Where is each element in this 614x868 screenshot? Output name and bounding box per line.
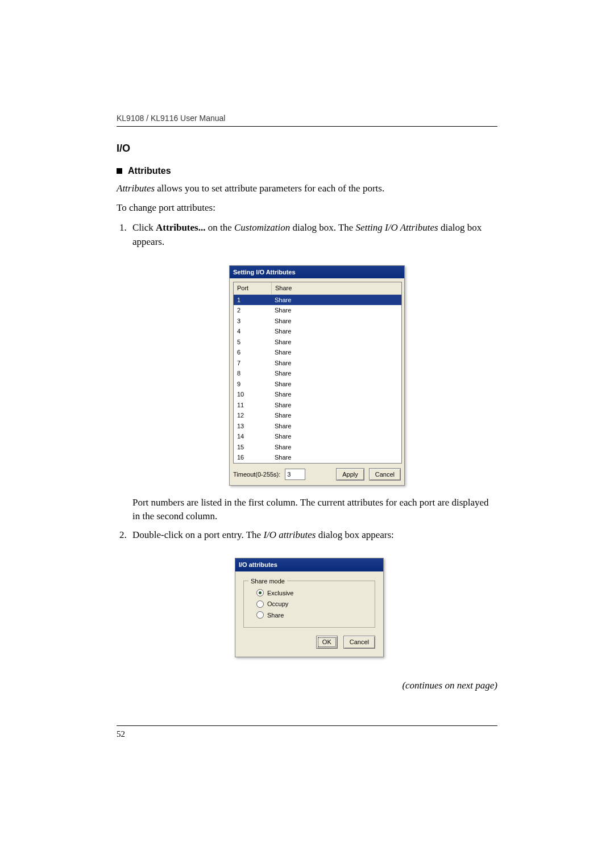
s1-italic1: Customization <box>234 222 290 233</box>
intro-rest: allows you to set attribute parameters f… <box>155 183 384 194</box>
change-line: To change port attributes: <box>117 201 497 215</box>
share-cell: Share <box>271 452 401 463</box>
table-row[interactable]: 8Share <box>234 368 401 379</box>
radio-icon <box>256 589 264 596</box>
dialog2-title: I/O attributes <box>235 558 383 571</box>
share-cell: Share <box>271 431 401 442</box>
port-cell: 16 <box>234 452 271 463</box>
s1-pre: Click <box>132 222 156 233</box>
table-row[interactable]: 11Share <box>234 400 401 411</box>
port-cell: 12 <box>234 410 271 421</box>
radio-icon <box>256 611 264 619</box>
page-footer: 52 <box>117 725 497 739</box>
cancel-button[interactable]: Cancel <box>369 468 401 481</box>
share-cell: Share <box>271 400 401 411</box>
subsection-row: Attributes <box>117 166 497 176</box>
table-row[interactable]: 16Share <box>234 452 401 463</box>
table-row[interactable]: 5Share <box>234 337 401 348</box>
dialog2-buttons: OK Cancel <box>243 636 375 649</box>
table-row[interactable]: 7Share <box>234 358 401 369</box>
port-table-header: Port Share <box>234 282 401 295</box>
port-cell: 6 <box>234 347 271 358</box>
step-2: Double-click on a port entry. The I/O at… <box>129 528 497 657</box>
steps-list: Click Attributes... on the Customization… <box>117 220 497 657</box>
ok-button[interactable]: OK <box>316 636 338 649</box>
table-row[interactable]: 3Share <box>234 316 401 327</box>
table-row[interactable]: 4Share <box>234 326 401 337</box>
port-table[interactable]: Port Share 1Share2Share3Share4Share5Shar… <box>233 282 402 464</box>
share-cell: Share <box>271 316 401 327</box>
share-cell: Share <box>271 389 401 400</box>
port-cell: 14 <box>234 431 271 442</box>
step1-after-text: Port numbers are listed in the first col… <box>132 496 497 523</box>
s1-mid: on the <box>205 222 234 233</box>
dialog1-body: Port Share 1Share2Share3Share4Share5Shar… <box>230 278 404 485</box>
share-mode-groupbox: Share mode Exclusive Occupy Share <box>243 581 375 628</box>
document-page: KL9108 / KL9116 User Manual I/O Attribut… <box>117 114 497 739</box>
port-cell: 2 <box>234 305 271 316</box>
port-cell: 4 <box>234 326 271 337</box>
table-row[interactable]: 1Share <box>234 295 401 306</box>
footer-rule <box>117 725 497 726</box>
dialog1-controls: Timeout(0-255s): 3 Apply Cancel <box>233 468 401 481</box>
port-cell: 10 <box>234 389 271 400</box>
share-cell: Share <box>271 326 401 337</box>
port-header-share: Share <box>272 282 295 294</box>
share-cell: Share <box>271 368 401 379</box>
radio-icon <box>256 600 264 608</box>
radio-occupy[interactable]: Occupy <box>251 599 368 609</box>
share-cell: Share <box>271 421 401 432</box>
table-row[interactable]: 2Share <box>234 305 401 316</box>
share-cell: Share <box>271 379 401 390</box>
share-cell: Share <box>271 305 401 316</box>
share-cell: Share <box>271 410 401 421</box>
continues-note: (continues on next page) <box>117 680 497 691</box>
port-cell: 3 <box>234 316 271 327</box>
port-cell: 1 <box>234 295 271 306</box>
square-bullet-icon <box>117 168 122 174</box>
step-1: Click Attributes... on the Customization… <box>129 220 497 523</box>
share-cell: Share <box>271 358 401 369</box>
table-row[interactable]: 14Share <box>234 431 401 442</box>
table-row[interactable]: 15Share <box>234 442 401 453</box>
s1-bold: Attributes... <box>156 222 205 233</box>
share-cell: Share <box>271 442 401 453</box>
port-cell: 15 <box>234 442 271 453</box>
setting-io-attributes-dialog: Setting I/O Attributes Port Share 1Share… <box>229 265 405 486</box>
s1-italic2: Setting I/O Attributes <box>356 222 438 233</box>
apply-button[interactable]: Apply <box>336 468 364 481</box>
radio-occupy-label: Occupy <box>267 599 288 609</box>
share-cell: Share <box>271 295 401 306</box>
port-cell: 5 <box>234 337 271 348</box>
table-row[interactable]: 13Share <box>234 421 401 432</box>
radio-share-label: Share <box>267 611 284 620</box>
radio-exclusive[interactable]: Exclusive <box>251 589 368 598</box>
intro-paragraph: Attributes allows you to set attribute p… <box>117 182 497 195</box>
table-row[interactable]: 10Share <box>234 389 401 400</box>
s1-mid2: dialog box. The <box>290 222 355 233</box>
table-row[interactable]: 9Share <box>234 379 401 390</box>
subsection-title: Attributes <box>128 166 171 176</box>
page-number: 52 <box>117 729 497 739</box>
header-rule <box>117 126 497 127</box>
timeout-input[interactable]: 3 <box>285 469 305 481</box>
table-row[interactable]: 12Share <box>234 410 401 421</box>
radio-share[interactable]: Share <box>251 611 368 620</box>
port-cell: 11 <box>234 400 271 411</box>
s2-italic: I/O attributes <box>263 529 316 540</box>
intro-attributes-word: Attributes <box>117 183 155 194</box>
dialog1-title: Setting I/O Attributes <box>230 266 404 279</box>
table-row[interactable]: 6Share <box>234 347 401 358</box>
cancel-button-2[interactable]: Cancel <box>343 636 375 649</box>
port-header-port: Port <box>234 282 272 294</box>
port-cell: 8 <box>234 368 271 379</box>
manual-title: KL9108 / KL9116 User Manual <box>117 114 497 123</box>
port-cell: 13 <box>234 421 271 432</box>
timeout-label: Timeout(0-255s): <box>233 470 280 479</box>
port-cell: 9 <box>234 379 271 390</box>
s2-pre: Double-click on a port entry. The <box>132 529 263 540</box>
io-attributes-dialog: I/O attributes Share mode Exclusive Occu… <box>235 558 384 657</box>
groupbox-legend: Share mode <box>248 577 287 586</box>
radio-exclusive-label: Exclusive <box>267 589 293 598</box>
s2-post: dialog box appears: <box>316 529 393 540</box>
